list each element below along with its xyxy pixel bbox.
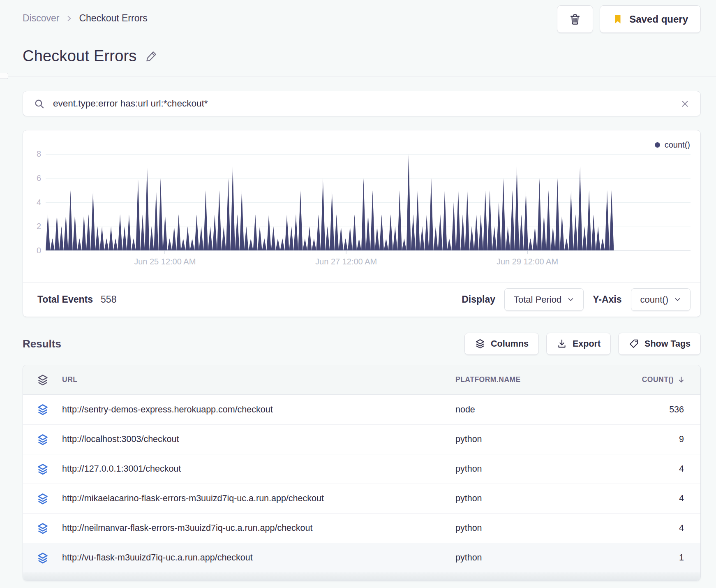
results-heading: Results [23,338,61,350]
column-header-url[interactable]: URL [62,375,455,384]
stack-icon[interactable] [37,493,51,505]
title-row: Checkout Errors [23,47,701,65]
discover-page: Discover Checkout Errors [0,0,716,588]
count-cell: 4 [579,523,700,533]
count-cell: 4 [579,464,700,474]
chevron-down-icon [567,296,574,303]
platform-cell: python [455,493,579,504]
chevron-right-icon [65,14,73,23]
legend-dot-icon [655,142,660,148]
top-bar: Discover Checkout Errors [23,0,701,38]
legend-label: count() [665,140,690,150]
export-button-label: Export [573,339,601,349]
chart-legend[interactable]: count() [655,140,690,150]
results-row: Results Columns Export Show Tags [23,333,701,355]
saved-query-label: Saved query [629,14,688,25]
search-bar[interactable] [23,91,701,116]
table-row[interactable]: http://vu-flask-m3uuizd7iq-uc.a.run.app/… [23,543,700,572]
table-row[interactable]: http://neilmanvar-flask-errors-m3uuizd7i… [23,513,700,543]
count-cell: 1 [579,553,700,563]
topbar-actions: Saved query [557,5,701,33]
platform-cell: python [455,523,579,533]
y-axis-tick: 6 [37,174,41,183]
table-row[interactable]: http://sentry-demos-express.herokuapp.co… [23,395,700,424]
table-header-row: URL PLATFORM.NAME COUNT() [23,365,700,395]
url-cell[interactable]: http://sentry-demos-express.herokuapp.co… [62,405,455,415]
breadcrumb-discover[interactable]: Discover [23,13,59,24]
page-divider [0,76,716,76]
show-tags-button[interactable]: Show Tags [618,333,701,355]
total-events-value: 558 [101,294,116,305]
stack-icon [475,338,485,349]
x-axis-tick-mark [527,250,528,254]
table-bottom-fade [23,572,700,581]
y-axis-tick: 8 [37,149,41,159]
show-tags-button-label: Show Tags [644,339,691,349]
display-dropdown[interactable]: Total Period [504,288,584,311]
chart-y-axis: 86420 [23,154,41,251]
page-title: Checkout Errors [23,47,137,65]
delete-query-button[interactable] [557,5,593,33]
url-cell[interactable]: http://mikaelacarino-flask-errors-m3uuiz… [62,493,455,504]
y-axis-tick: 2 [37,222,41,231]
column-header-count[interactable]: COUNT() [579,375,700,384]
platform-cell: python [455,464,579,474]
stack-icon[interactable] [37,522,51,535]
yaxis-label: Y-Axis [593,294,621,305]
breadcrumb-current: Checkout Errors [79,13,147,24]
stack-icon[interactable] [37,552,51,564]
chart-x-axis: Jun 25 12:00 AMJun 27 12:00 AMJun 29 12:… [46,257,691,269]
yaxis-dropdown[interactable]: count() [631,288,691,311]
saved-query-button[interactable]: Saved query [600,5,701,33]
stack-icon[interactable] [37,374,51,386]
platform-cell: python [455,553,579,563]
column-header-platform[interactable]: PLATFORM.NAME [455,375,579,384]
breadcrumb: Discover Checkout Errors [23,13,148,24]
chart-plot-area[interactable] [46,154,691,251]
download-icon [557,338,567,349]
column-header-count-label: COUNT() [642,375,674,384]
url-cell[interactable]: http://neilmanvar-flask-errors-m3uuizd7i… [62,523,455,533]
display-dropdown-value: Total Period [514,294,561,305]
url-cell[interactable]: http://vu-flask-m3uuizd7iq-uc.a.run.app/… [62,553,455,563]
table-row[interactable]: http://127.0.0.1:3001/checkoutpython4 [23,454,700,484]
chart-card: count() 86420 Jun 25 12:00 AMJun 27 12:0… [23,130,701,317]
x-axis-tick-mark [346,250,346,254]
results-table: URL PLATFORM.NAME COUNT() http://sentry-… [23,365,701,581]
x-axis-label: Jun 29 12:00 AM [497,257,558,266]
total-events-label: Total Events [37,294,93,305]
table-body: http://sentry-demos-express.herokuapp.co… [23,395,700,572]
chevron-down-icon [674,296,681,303]
stack-icon[interactable] [37,403,51,416]
search-icon [34,98,45,109]
panel-collapse-handle[interactable] [0,73,8,79]
count-cell: 536 [579,405,700,415]
yaxis-dropdown-value: count() [640,294,668,305]
chart-footer: Total Events 558 Display Total Period Y-… [23,282,700,317]
stack-icon[interactable] [37,463,51,475]
x-axis-label: Jun 27 12:00 AM [315,257,377,266]
export-button[interactable]: Export [546,333,611,355]
count-cell: 9 [579,434,700,444]
url-cell[interactable]: http://127.0.0.1:3001/checkout [62,464,455,474]
search-input[interactable] [53,98,672,109]
trash-icon [568,13,582,26]
columns-button[interactable]: Columns [464,333,539,355]
count-area-series [46,154,691,250]
table-row[interactable]: http://mikaelacarino-flask-errors-m3uuiz… [23,484,700,513]
x-axis-label: Jun 25 12:00 AM [134,257,196,266]
x-axis-tick-mark [164,250,165,254]
display-label: Display [462,294,495,305]
y-axis-tick: 0 [37,246,41,255]
stack-icon[interactable] [37,433,51,446]
platform-cell: python [455,434,579,444]
columns-button-label: Columns [491,339,529,349]
y-axis-tick: 4 [37,198,41,207]
count-cell: 4 [579,493,700,504]
clear-search-icon[interactable] [680,99,690,109]
edit-title-icon[interactable] [145,50,158,63]
table-row[interactable]: http://localhost:3003/checkoutpython9 [23,424,700,454]
sort-descending-icon [677,375,686,384]
bookmark-icon [612,14,623,25]
url-cell[interactable]: http://localhost:3003/checkout [62,434,455,444]
